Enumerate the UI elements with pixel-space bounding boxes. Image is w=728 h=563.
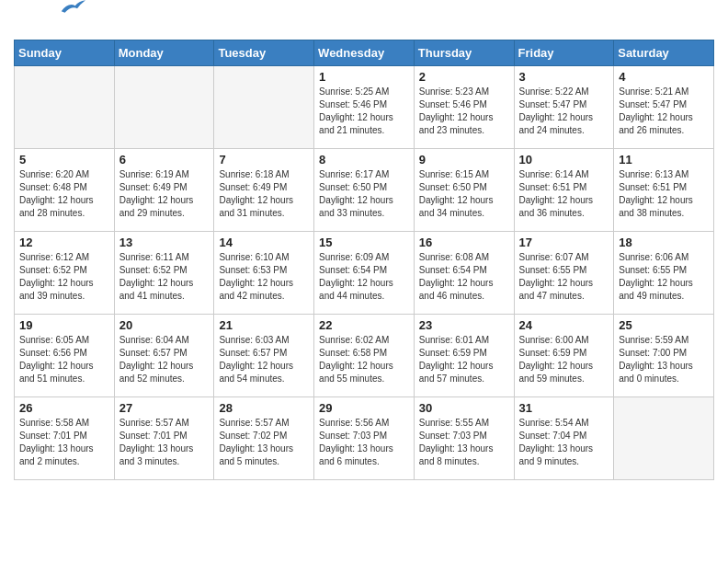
day-number: 21 — [219, 318, 309, 332]
day-number: 22 — [319, 318, 409, 332]
calendar-day-cell: 7Sunrise: 6:18 AM Sunset: 6:49 PM Daylig… — [214, 149, 314, 232]
day-of-week-header: Sunday — [15, 40, 115, 66]
day-of-week-header: Monday — [114, 40, 214, 66]
day-number: 26 — [19, 401, 109, 415]
day-info-text: Sunrise: 6:10 AM Sunset: 6:53 PM Dayligh… — [219, 251, 309, 303]
day-number: 8 — [319, 153, 409, 167]
day-info-text: Sunrise: 6:13 AM Sunset: 6:51 PM Dayligh… — [619, 168, 709, 220]
day-number: 17 — [519, 236, 609, 249]
calendar-day-cell: 17Sunrise: 6:07 AM Sunset: 6:55 PM Dayli… — [514, 232, 614, 315]
day-info-text: Sunrise: 5:25 AM Sunset: 5:46 PM Dayligh… — [319, 86, 409, 137]
calendar-day-cell: 20Sunrise: 6:04 AM Sunset: 6:57 PM Dayli… — [114, 315, 214, 397]
calendar-day-cell: 11Sunrise: 6:13 AM Sunset: 6:51 PM Dayli… — [614, 149, 714, 232]
calendar-day-cell: 12Sunrise: 6:12 AM Sunset: 6:52 PM Dayli… — [15, 232, 115, 315]
calendar-day-cell — [214, 66, 314, 149]
calendar-day-cell: 5Sunrise: 6:20 AM Sunset: 6:48 PM Daylig… — [15, 149, 115, 232]
calendar-table: SundayMondayTuesdayWednesdayThursdayFrid… — [14, 40, 714, 480]
day-of-week-header: Tuesday — [214, 40, 314, 66]
day-of-week-header: Thursday — [414, 40, 514, 66]
page-header — [14, 9, 714, 32]
day-number: 6 — [119, 153, 210, 167]
day-number: 2 — [419, 70, 509, 84]
day-info-text: Sunrise: 5:58 AM Sunset: 7:01 PM Dayligh… — [19, 417, 109, 468]
day-number: 29 — [319, 401, 409, 415]
day-info-text: Sunrise: 6:18 AM Sunset: 6:49 PM Dayligh… — [219, 168, 309, 220]
day-info-text: Sunrise: 5:56 AM Sunset: 7:03 PM Dayligh… — [319, 417, 409, 468]
day-info-text: Sunrise: 6:15 AM Sunset: 6:50 PM Dayligh… — [419, 168, 509, 220]
day-number: 1 — [319, 70, 409, 84]
calendar-day-cell: 23Sunrise: 6:01 AM Sunset: 6:59 PM Dayli… — [414, 315, 514, 397]
day-number: 24 — [519, 318, 609, 332]
calendar-day-cell: 6Sunrise: 6:19 AM Sunset: 6:49 PM Daylig… — [114, 149, 214, 232]
calendar-day-cell: 26Sunrise: 5:58 AM Sunset: 7:01 PM Dayli… — [15, 397, 115, 480]
day-info-text: Sunrise: 5:22 AM Sunset: 5:47 PM Dayligh… — [519, 86, 609, 137]
day-info-text: Sunrise: 6:19 AM Sunset: 6:49 PM Dayligh… — [119, 168, 210, 220]
day-number: 23 — [419, 318, 509, 332]
calendar-day-cell: 28Sunrise: 5:57 AM Sunset: 7:02 PM Dayli… — [214, 397, 314, 480]
day-info-text: Sunrise: 5:54 AM Sunset: 7:04 PM Dayligh… — [519, 417, 609, 468]
day-info-text: Sunrise: 6:12 AM Sunset: 6:52 PM Dayligh… — [19, 251, 109, 303]
day-info-text: Sunrise: 6:09 AM Sunset: 6:54 PM Dayligh… — [319, 251, 409, 303]
day-number: 7 — [219, 153, 309, 167]
calendar-day-cell: 8Sunrise: 6:17 AM Sunset: 6:50 PM Daylig… — [314, 149, 415, 232]
calendar-day-cell: 21Sunrise: 6:03 AM Sunset: 6:57 PM Dayli… — [214, 315, 314, 397]
calendar-day-cell: 3Sunrise: 5:22 AM Sunset: 5:47 PM Daylig… — [514, 66, 614, 149]
day-info-text: Sunrise: 6:17 AM Sunset: 6:50 PM Dayligh… — [319, 168, 409, 220]
calendar-day-cell: 22Sunrise: 6:02 AM Sunset: 6:58 PM Dayli… — [314, 315, 415, 397]
day-of-week-header: Saturday — [614, 40, 714, 66]
day-number: 25 — [619, 318, 709, 332]
calendar-day-cell: 25Sunrise: 5:59 AM Sunset: 7:00 PM Dayli… — [614, 315, 714, 397]
day-number: 5 — [19, 153, 109, 167]
calendar-week-row: 5Sunrise: 6:20 AM Sunset: 6:48 PM Daylig… — [15, 149, 714, 232]
day-number: 4 — [619, 70, 709, 84]
day-info-text: Sunrise: 5:59 AM Sunset: 7:00 PM Dayligh… — [619, 334, 709, 385]
day-number: 12 — [19, 236, 109, 249]
calendar-day-cell: 4Sunrise: 5:21 AM Sunset: 5:47 PM Daylig… — [614, 66, 714, 149]
calendar-week-row: 26Sunrise: 5:58 AM Sunset: 7:01 PM Dayli… — [15, 397, 714, 480]
calendar-week-row: 12Sunrise: 6:12 AM Sunset: 6:52 PM Dayli… — [15, 232, 714, 315]
day-number: 20 — [119, 318, 210, 332]
calendar-day-cell: 14Sunrise: 6:10 AM Sunset: 6:53 PM Dayli… — [214, 232, 314, 315]
calendar-day-cell: 18Sunrise: 6:06 AM Sunset: 6:55 PM Dayli… — [614, 232, 714, 315]
calendar-day-cell: 1Sunrise: 5:25 AM Sunset: 5:46 PM Daylig… — [314, 66, 415, 149]
calendar-day-cell: 10Sunrise: 6:14 AM Sunset: 6:51 PM Dayli… — [514, 149, 614, 232]
calendar-day-cell: 30Sunrise: 5:55 AM Sunset: 7:03 PM Dayli… — [414, 397, 514, 480]
calendar-day-cell: 9Sunrise: 6:15 AM Sunset: 6:50 PM Daylig… — [414, 149, 514, 232]
calendar-day-cell: 24Sunrise: 6:00 AM Sunset: 6:59 PM Dayli… — [514, 315, 614, 397]
day-number: 16 — [419, 236, 509, 249]
day-info-text: Sunrise: 5:55 AM Sunset: 7:03 PM Dayligh… — [419, 417, 509, 468]
calendar-week-row: 19Sunrise: 6:05 AM Sunset: 6:56 PM Dayli… — [15, 315, 714, 397]
day-info-text: Sunrise: 6:04 AM Sunset: 6:57 PM Dayligh… — [119, 334, 210, 385]
calendar-week-row: 1Sunrise: 5:25 AM Sunset: 5:46 PM Daylig… — [15, 66, 714, 149]
day-info-text: Sunrise: 6:14 AM Sunset: 6:51 PM Dayligh… — [519, 168, 609, 220]
day-number: 27 — [119, 401, 210, 415]
day-number: 31 — [519, 401, 609, 415]
day-info-text: Sunrise: 5:23 AM Sunset: 5:46 PM Dayligh… — [419, 86, 509, 137]
day-of-week-header: Friday — [514, 40, 614, 66]
day-of-week-header: Wednesday — [314, 40, 415, 66]
day-number: 3 — [519, 70, 609, 84]
calendar-day-cell — [15, 66, 115, 149]
calendar-day-cell: 13Sunrise: 6:11 AM Sunset: 6:52 PM Dayli… — [114, 232, 214, 315]
calendar-day-cell: 29Sunrise: 5:56 AM Sunset: 7:03 PM Dayli… — [314, 397, 415, 480]
calendar-day-cell — [114, 66, 214, 149]
day-number: 15 — [319, 236, 409, 249]
calendar-day-cell: 27Sunrise: 5:57 AM Sunset: 7:01 PM Dayli… — [114, 397, 214, 480]
day-info-text: Sunrise: 6:02 AM Sunset: 6:58 PM Dayligh… — [319, 334, 409, 385]
day-number: 18 — [619, 236, 709, 249]
day-number: 14 — [219, 236, 309, 249]
day-number: 13 — [119, 236, 210, 249]
calendar-header-row: SundayMondayTuesdayWednesdayThursdayFrid… — [15, 40, 714, 66]
logo-bird-icon — [58, 0, 85, 17]
day-number: 9 — [419, 153, 509, 167]
calendar-day-cell: 31Sunrise: 5:54 AM Sunset: 7:04 PM Dayli… — [514, 397, 614, 480]
day-info-text: Sunrise: 5:21 AM Sunset: 5:47 PM Dayligh… — [619, 86, 709, 137]
day-info-text: Sunrise: 6:00 AM Sunset: 6:59 PM Dayligh… — [519, 334, 609, 385]
calendar-day-cell: 2Sunrise: 5:23 AM Sunset: 5:46 PM Daylig… — [414, 66, 514, 149]
day-info-text: Sunrise: 6:06 AM Sunset: 6:55 PM Dayligh… — [619, 251, 709, 303]
calendar-day-cell: 15Sunrise: 6:09 AM Sunset: 6:54 PM Dayli… — [314, 232, 415, 315]
day-info-text: Sunrise: 6:05 AM Sunset: 6:56 PM Dayligh… — [19, 334, 109, 385]
day-number: 28 — [219, 401, 309, 415]
day-info-text: Sunrise: 5:57 AM Sunset: 7:01 PM Dayligh… — [119, 417, 210, 468]
day-info-text: Sunrise: 6:07 AM Sunset: 6:55 PM Dayligh… — [519, 251, 609, 303]
